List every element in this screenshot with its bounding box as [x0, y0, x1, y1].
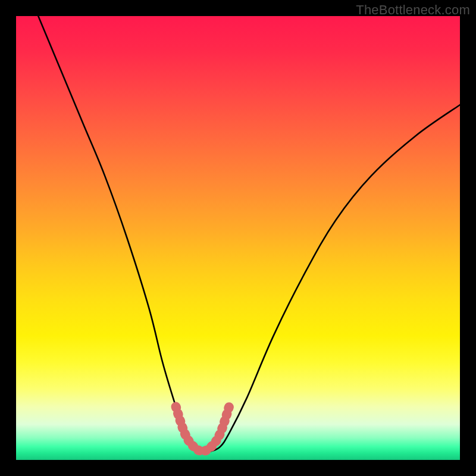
- bottleneck-chart: [16, 16, 460, 460]
- bottleneck-curve-line: [38, 16, 460, 452]
- optimal-zone-highlight: [176, 407, 230, 452]
- chart-frame: [16, 16, 460, 460]
- watermark-text: TheBottleneck.com: [356, 2, 470, 18]
